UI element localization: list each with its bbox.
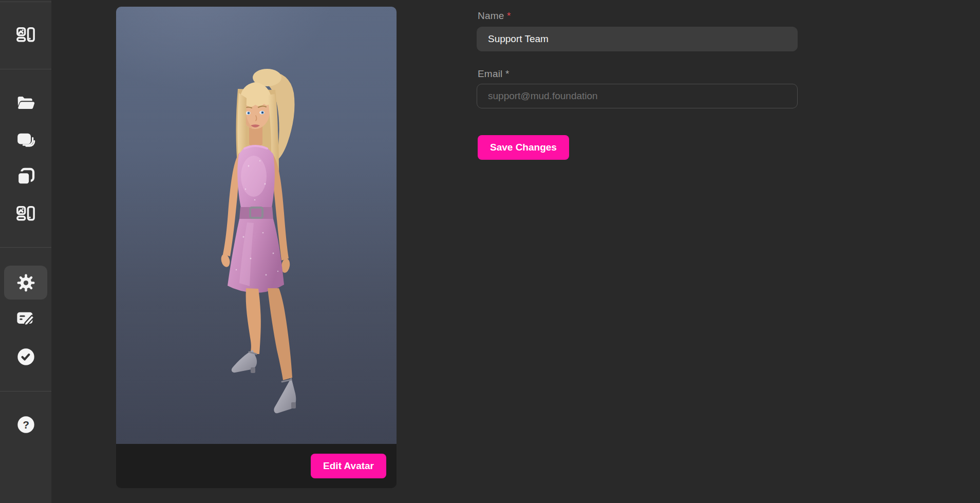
sidebar-divider bbox=[0, 2, 51, 2]
sidebar-item-folder[interactable] bbox=[0, 87, 51, 121]
sidebar-item-approvals[interactable] bbox=[0, 340, 51, 374]
sidebar-item-media-layout-2[interactable] bbox=[0, 197, 51, 231]
check-circle-icon bbox=[16, 347, 35, 366]
sidebar-item-edit[interactable] bbox=[0, 301, 51, 335]
sidebar-item-media-layout[interactable] bbox=[0, 18, 51, 52]
sidebar-divider bbox=[0, 69, 51, 69]
avatar-panel-footer: Edit Avatar bbox=[116, 444, 397, 488]
copy-pages-icon bbox=[15, 166, 36, 187]
folder-open-icon bbox=[15, 94, 36, 114]
required-asterisk: * bbox=[507, 10, 511, 21]
avatar-3d-viewport[interactable] bbox=[116, 7, 397, 444]
media-layout-icon bbox=[15, 25, 36, 46]
sidebar-item-help[interactable]: ? bbox=[0, 407, 51, 441]
settings-gear-icon bbox=[16, 273, 35, 292]
avatar-3d-preview bbox=[116, 7, 397, 444]
avatar-panel: Edit Avatar bbox=[116, 7, 397, 488]
sidebar-divider bbox=[0, 391, 51, 392]
sidebar-item-settings[interactable] bbox=[0, 266, 51, 300]
media-layout-icon bbox=[15, 203, 36, 225]
help-circle-icon: ? bbox=[16, 415, 35, 434]
sidebar-item-pages[interactable] bbox=[0, 160, 51, 194]
edit-avatar-button[interactable]: Edit Avatar bbox=[311, 454, 386, 478]
email-input[interactable] bbox=[477, 84, 798, 108]
sidebar-divider bbox=[0, 247, 51, 248]
sidebar-item-layers[interactable] bbox=[0, 123, 51, 157]
svg-text:?: ? bbox=[23, 418, 29, 430]
save-changes-button[interactable]: Save Changes bbox=[478, 135, 569, 160]
email-field-label: Email * bbox=[478, 68, 510, 80]
required-asterisk: * bbox=[505, 68, 510, 79]
name-input[interactable] bbox=[477, 27, 798, 51]
layers-stack-icon bbox=[15, 130, 36, 151]
sidebar: ? bbox=[0, 0, 51, 503]
name-field-label: Name * bbox=[478, 10, 511, 22]
edit-card-icon bbox=[15, 308, 36, 328]
